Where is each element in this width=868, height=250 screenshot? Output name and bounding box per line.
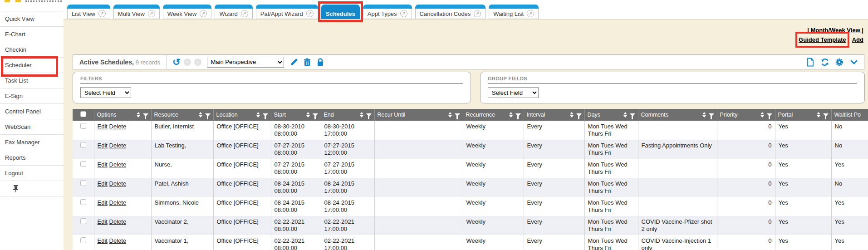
sidebar-item-control-panel[interactable]: Control Panel (0, 104, 64, 119)
sidebar-item-e-chart[interactable]: E-Chart (0, 27, 64, 42)
sidebar-item-webscan[interactable]: WebScan (0, 119, 64, 135)
launch-arrow-icon[interactable]: ↗ (306, 10, 314, 17)
delete-link[interactable]: Delete (109, 123, 127, 130)
delete-trash-icon[interactable] (303, 58, 312, 67)
perspective-select[interactable]: Main Perspective (207, 57, 284, 68)
sort-arrows-icon[interactable] (760, 112, 764, 118)
filter-funnel-icon[interactable] (313, 113, 318, 117)
next-perspective-icon[interactable]: › (194, 59, 201, 66)
launch-arrow-icon[interactable]: ↗ (527, 10, 534, 17)
sort-arrows-icon[interactable] (509, 112, 513, 118)
row-select-checkbox[interactable] (80, 199, 86, 205)
tab-list-view[interactable]: List View↗ (67, 5, 110, 19)
tab-waiting-list[interactable]: Waiting List↗ (489, 5, 539, 19)
sort-arrows-icon[interactable] (199, 112, 202, 118)
column-header-portal[interactable]: Portal (775, 109, 831, 121)
edit-link[interactable]: Edit (98, 237, 108, 244)
tab-appt-types[interactable]: Appt Types↗ (363, 5, 412, 19)
column-header-resource[interactable]: Resource (151, 109, 213, 121)
pin-icon[interactable] (13, 185, 19, 192)
delete-link[interactable]: Delete (109, 199, 127, 206)
sidebar-item-scheduler[interactable]: Scheduler (0, 58, 64, 73)
launch-arrow-icon[interactable]: ↗ (200, 10, 207, 17)
sort-arrows-icon[interactable] (137, 112, 140, 118)
row-select-checkbox[interactable] (80, 218, 86, 224)
row-select-checkbox[interactable] (80, 180, 86, 186)
column-header-comments[interactable]: Comments (638, 109, 717, 121)
tab-pat-appt-wizard[interactable]: Pat/Appt Wizard↗ (256, 5, 318, 19)
column-header-recur-until[interactable]: Recur Until (374, 109, 463, 121)
filter-funnel-icon[interactable] (515, 113, 521, 117)
launch-arrow-icon[interactable]: ↗ (241, 10, 248, 17)
delete-link[interactable]: Delete (109, 161, 127, 168)
filter-funnel-icon[interactable] (630, 113, 635, 117)
guided-template-link[interactable]: Guided Template (799, 36, 846, 43)
edit-link[interactable]: Edit (98, 161, 108, 168)
filter-funnel-icon[interactable] (823, 113, 829, 117)
add-link[interactable]: Add (852, 36, 863, 43)
sidebar-item-checkin[interactable]: Checkin (0, 42, 64, 58)
sort-arrows-icon[interactable] (448, 112, 452, 118)
filter-funnel-icon[interactable] (205, 113, 211, 117)
filter-funnel-icon[interactable] (576, 113, 582, 117)
sidebar-item-task-list[interactable]: Task List (0, 73, 64, 88)
launch-arrow-icon[interactable]: ↗ (400, 10, 407, 17)
month-week-view-link[interactable]: | Month/Week View | (807, 27, 863, 34)
column-header-end[interactable]: End (321, 109, 374, 121)
lock-icon[interactable] (316, 58, 325, 67)
sort-arrows-icon[interactable] (306, 112, 310, 118)
filter-funnel-icon[interactable] (366, 113, 372, 117)
select-all-checkbox[interactable] (80, 111, 86, 117)
tab-week-view[interactable]: Week View↗ (163, 5, 212, 19)
column-header-waitlist-po[interactable]: Waitlist Po (831, 109, 868, 121)
sort-arrows-icon[interactable] (360, 112, 363, 118)
filters-field-select[interactable]: Select Field (80, 87, 131, 98)
edit-link[interactable]: Edit (98, 142, 108, 149)
filter-funnel-icon[interactable] (263, 113, 268, 117)
select-all-header[interactable] (73, 109, 94, 121)
group-fields-select[interactable]: Select Field (488, 87, 539, 98)
prev-perspective-icon[interactable]: ‹ (184, 59, 191, 66)
sidebar-item-quick-view[interactable]: Quick View (0, 11, 64, 27)
row-select-checkbox[interactable] (80, 142, 86, 148)
delete-link[interactable]: Delete (109, 180, 127, 187)
edit-link[interactable]: Edit (98, 199, 108, 206)
launch-arrow-icon[interactable]: ↗ (98, 10, 106, 17)
column-header-start[interactable]: Start (271, 109, 321, 121)
column-header-location[interactable]: Location (213, 109, 271, 121)
sort-arrows-icon[interactable] (623, 112, 627, 118)
delete-link[interactable]: Delete (109, 142, 127, 149)
column-header-interval[interactable]: Interval (524, 109, 584, 121)
tab-cancellation-codes[interactable]: Cancellation Codes↗ (415, 5, 486, 19)
sidebar-item-fax-manager[interactable]: Fax Manager (0, 135, 64, 150)
sidebar-item-logout[interactable]: Logout (0, 166, 64, 181)
launch-arrow-icon[interactable]: ↗ (148, 10, 155, 17)
tab-schedules[interactable]: Schedules (321, 5, 360, 19)
edit-link[interactable]: Edit (98, 180, 108, 187)
row-select-checkbox[interactable] (80, 161, 86, 167)
tab-multi-view[interactable]: Multi View↗ (113, 5, 160, 19)
sort-arrows-icon[interactable] (256, 112, 260, 118)
delete-link[interactable]: Delete (109, 237, 127, 244)
column-header-recurrence[interactable]: Recurrence (463, 109, 524, 121)
undo-icon[interactable]: ↺ (172, 58, 181, 66)
launch-arrow-icon[interactable]: ↗ (474, 10, 481, 17)
edit-link[interactable]: Edit (98, 218, 108, 225)
column-header-options[interactable]: Options (94, 109, 151, 121)
tab-wizard[interactable]: Wizard↗ (215, 5, 252, 19)
filter-funnel-icon[interactable] (767, 113, 772, 117)
sort-arrows-icon[interactable] (702, 112, 706, 118)
sidebar-item-reports[interactable]: Reports (0, 150, 64, 166)
sidebar-item-e-sign[interactable]: E-Sign (0, 88, 64, 104)
row-select-checkbox[interactable] (80, 237, 86, 243)
column-header-priority[interactable]: Priority (717, 109, 775, 121)
collapse-chevron-icon[interactable] (849, 58, 858, 67)
edit-pencil-icon[interactable] (289, 58, 299, 67)
filter-funnel-icon[interactable] (143, 113, 148, 117)
edit-link[interactable]: Edit (98, 123, 108, 130)
refresh-icon[interactable] (820, 58, 829, 67)
sort-arrows-icon[interactable] (570, 112, 574, 118)
filter-funnel-icon[interactable] (709, 113, 714, 117)
delete-link[interactable]: Delete (109, 218, 127, 225)
gear-icon[interactable] (835, 58, 844, 67)
